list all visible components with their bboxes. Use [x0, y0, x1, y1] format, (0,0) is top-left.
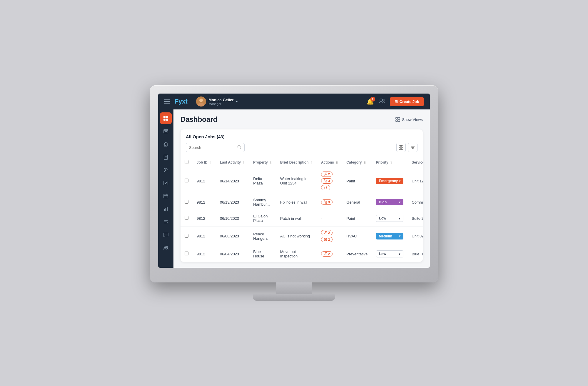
hamburger-menu[interactable] — [164, 99, 170, 104]
header-actions: Actions ⇅ — [317, 157, 342, 168]
svg-rect-24 — [401, 145, 403, 147]
row-checkbox-0[interactable] — [185, 179, 188, 182]
priority-badge-2[interactable]: Low▾ — [376, 215, 404, 222]
jobs-count: All Open Jobs (43) — [186, 134, 417, 139]
select-all-checkbox[interactable] — [185, 160, 188, 164]
svg-rect-12 — [164, 194, 168, 198]
monitor-bezel: Fyxt Monica Geller Manager ▾ — [150, 85, 438, 282]
sidebar-item-calendar[interactable] — [160, 190, 172, 202]
table-row: 981206/13/2023Sammy Hambur...Fix holes i… — [181, 194, 423, 210]
sidebar-item-tools[interactable] — [160, 164, 172, 176]
sidebar-item-team[interactable] — [160, 242, 172, 254]
priority-badge-4[interactable]: Low▾ — [376, 250, 404, 257]
header-property: Property ⇅ — [249, 157, 276, 168]
svg-rect-21 — [398, 120, 400, 122]
table-header-row: Job ID ⇅ Last Activity ⇅ Property ⇅ Brie… — [181, 157, 423, 168]
sidebar-item-checklist[interactable] — [160, 216, 172, 228]
priority-badge-0[interactable]: Emergency▾ — [376, 178, 404, 184]
header-brief-description: Brief Description ⇅ — [276, 157, 317, 168]
action-badge-0-2[interactable]: +3 — [321, 185, 330, 190]
search-box[interactable] — [186, 143, 245, 152]
team-switch-icon[interactable] — [379, 98, 385, 106]
top-nav: Fyxt Monica Geller Manager ▾ — [158, 94, 430, 109]
action-badge-3-1[interactable]: 2 — [321, 237, 333, 242]
monitor-stand-base — [253, 294, 335, 301]
filter-button[interactable] — [408, 143, 417, 152]
user-role: Manager — [208, 102, 233, 106]
notification-badge: 2 — [370, 97, 375, 102]
svg-point-34 — [325, 252, 327, 254]
page-header: Dashboard Show Views — [181, 115, 423, 124]
app-logo: Fyxt — [175, 98, 187, 105]
sidebar-item-inbox[interactable] — [160, 125, 172, 137]
create-job-plus-icon: ⊞ — [395, 99, 398, 104]
table-row: 981206/10/2023El Cajon PlazaPatch in wal… — [181, 210, 423, 227]
sidebar-item-messages[interactable] — [160, 229, 172, 241]
priority-badge-3[interactable]: Medium▾ — [376, 233, 404, 239]
sidebar-item-reports[interactable] — [160, 151, 172, 163]
create-job-button[interactable]: ⊞ Create Job — [390, 97, 424, 106]
action-badge-0-0[interactable]: 2 — [321, 172, 333, 177]
row-checkbox-cell-2 — [181, 210, 193, 227]
svg-point-3 — [380, 99, 382, 101]
header-job-id: Job ID ⇅ — [193, 157, 216, 168]
action-badge-3-0[interactable]: 2 — [321, 230, 333, 235]
user-profile[interactable]: Monica Geller Manager ▾ — [196, 96, 237, 107]
cell-last-activity-2: 06/10/2023 — [216, 210, 249, 227]
table-row: 981206/08/2023Peace HangersAC is not wor… — [181, 227, 423, 246]
header-category: Category ⇅ — [342, 157, 372, 168]
row-checkbox-2[interactable] — [185, 216, 188, 220]
cell-property-0: Delta Plaza — [249, 168, 276, 194]
sidebar-item-home[interactable] — [160, 138, 172, 150]
notifications-bell[interactable]: 🔔 2 — [367, 98, 374, 105]
cell-service-location-1: Common Area — [407, 194, 423, 210]
sidebar — [158, 109, 173, 268]
search-input[interactable] — [189, 145, 235, 150]
cell-last-activity-4: 06/04/2023 — [216, 246, 249, 262]
screen: Fyxt Monica Geller Manager ▾ — [158, 94, 430, 268]
cell-category-3: HVAC — [342, 227, 372, 246]
show-views-button[interactable]: Show Views — [395, 117, 423, 122]
action-badge-4-0[interactable]: 2 — [321, 251, 333, 257]
user-name: Monica Geller — [208, 98, 233, 102]
action-badge-1-0[interactable]: 3 — [321, 199, 333, 205]
svg-rect-26 — [401, 148, 403, 149]
cell-category-0: Paint — [342, 168, 372, 194]
svg-point-1 — [199, 99, 203, 102]
sidebar-item-tasks[interactable] — [160, 177, 172, 189]
cell-actions-3: 22 — [317, 227, 342, 246]
row-checkbox-cell-4 — [181, 246, 193, 262]
cell-actions-4: 2 — [317, 246, 342, 262]
row-checkbox-4[interactable] — [185, 252, 188, 255]
cell-category-4: Preventative — [342, 246, 372, 262]
sidebar-item-analytics[interactable] — [160, 203, 172, 215]
svg-rect-9 — [164, 129, 168, 133]
avatar — [196, 96, 206, 107]
user-info: Monica Geller Manager — [208, 98, 233, 106]
svg-point-17 — [166, 246, 168, 248]
row-checkbox-cell-1 — [181, 194, 193, 210]
header-checkbox-cell — [181, 157, 193, 168]
action-badge-0-1[interactable]: 3 — [321, 178, 333, 184]
cell-category-2: Paint — [342, 210, 372, 227]
priority-badge-1[interactable]: High▾ — [376, 199, 404, 205]
cell-description-1: Fix holes in wall — [276, 194, 317, 210]
app-layout: Dashboard Show Views — [158, 109, 430, 268]
svg-rect-5 — [163, 116, 166, 118]
cell-last-activity-3: 06/08/2023 — [216, 227, 249, 246]
svg-rect-23 — [399, 145, 401, 147]
svg-rect-7 — [163, 119, 166, 121]
monitor-stand-neck — [276, 282, 312, 294]
svg-point-29 — [326, 182, 327, 182]
svg-point-4 — [382, 99, 384, 101]
svg-rect-15 — [167, 207, 168, 211]
row-checkbox-1[interactable] — [185, 200, 188, 204]
svg-point-28 — [325, 182, 325, 182]
cell-description-4: Move out Inspection — [276, 246, 317, 262]
table-view-button[interactable] — [396, 143, 406, 152]
cell-category-1: General — [342, 194, 372, 210]
svg-point-16 — [164, 246, 166, 248]
svg-point-22 — [238, 145, 240, 148]
row-checkbox-3[interactable] — [185, 234, 188, 238]
sidebar-item-dashboard[interactable] — [160, 112, 172, 124]
